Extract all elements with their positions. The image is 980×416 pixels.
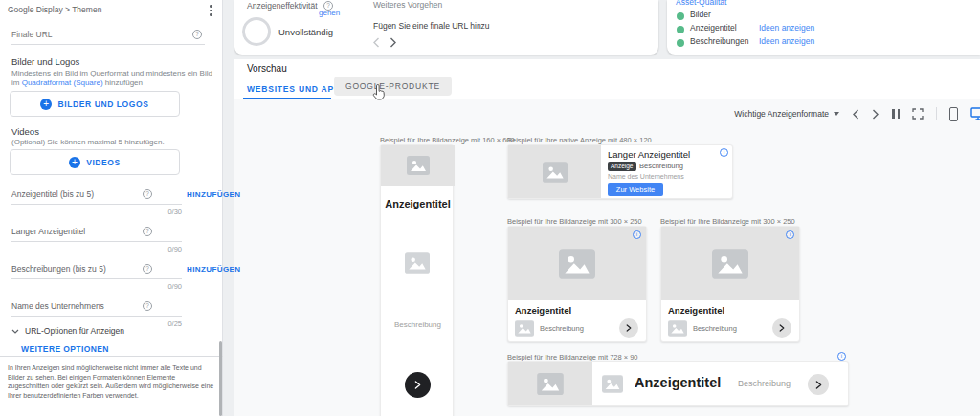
add-headlines-button[interactable]: HINZUFÜGEN — [187, 190, 240, 199]
desktop-preview-icon[interactable] — [970, 107, 980, 120]
ad-caption: Beispiel für Ihre Bildanzeige mit 300 × … — [507, 217, 642, 226]
plus-icon: + — [69, 157, 80, 168]
descriptions-field-input[interactable] — [11, 278, 182, 279]
help-icon[interactable]: ? — [143, 227, 152, 236]
ad-description: Beschreibung — [639, 162, 683, 170]
long-headline-field-label: Langer Anzeigentitel — [11, 227, 85, 236]
videos-section-description: (Optional) Sie können maximal 5 hinzufüg… — [11, 138, 165, 147]
add-descriptions-button[interactable]: HINZUFÜGEN — [187, 265, 240, 274]
preview-title: Vorschau — [247, 63, 287, 74]
asset-quality-item-anzeigentitel: Anzeigentitel — [690, 23, 737, 33]
preview-panel-header: Vorschau WEBSITES UND APPS GOOGLE-PRODUK… — [234, 59, 980, 99]
ad-description: Beschreibung — [738, 379, 791, 388]
long-headline-field-input[interactable] — [11, 241, 182, 242]
ad-disclaimer-text: In Ihren Anzeigen sind möglicherweise ni… — [8, 363, 218, 400]
help-icon[interactable]: ? — [143, 264, 152, 274]
ad-business-name: Name des Unternehmens — [608, 173, 684, 180]
ad-info-icon[interactable]: i — [720, 148, 728, 157]
ad-preview-leaderboard: Anzeigentitel Beschreibung i — [507, 361, 849, 406]
asset-quality-title: Asset-Qualität — [676, 0, 726, 7]
headlines-field-input[interactable] — [11, 204, 182, 205]
ad-logo-placeholder — [602, 375, 623, 397]
more-options-link[interactable]: WEITERE OPTIONEN — [21, 344, 109, 354]
ad-info-icon[interactable]: i — [633, 230, 641, 239]
pause-icon[interactable] — [892, 109, 900, 119]
ad-description: Beschreibung — [693, 324, 737, 333]
help-icon[interactable]: ? — [143, 189, 152, 199]
headline-ideas-link[interactable]: Ideen anzeigen — [759, 23, 814, 33]
chevron-down-icon — [11, 329, 19, 334]
help-icon[interactable]: ? — [192, 30, 202, 39]
image-placeholder-icon — [712, 249, 748, 279]
long-headline-counter: 0/90 — [11, 245, 182, 253]
sidebar-divider — [0, 356, 223, 357]
tab-websites-und-apps[interactable]: WEBSITES UND APPS — [247, 84, 346, 94]
prev-ad-icon[interactable] — [852, 109, 859, 120]
ad-badge: Anzeige — [608, 162, 636, 171]
ad-headline: Anzeigentitel — [381, 198, 455, 209]
descriptions-field-label: Beschreibungen (bis zu 5) — [11, 264, 106, 274]
ad-image-placeholder — [661, 227, 799, 300]
image-placeholder-icon — [515, 320, 534, 337]
add-videos-label: VIDEOS — [86, 158, 121, 167]
ad-image-placeholder — [508, 362, 592, 405]
ad-info-icon[interactable]: i — [786, 230, 794, 239]
images-section-description: Mindestens ein Bild im Querformat und mi… — [11, 69, 217, 88]
ad-image-placeholder — [508, 145, 601, 198]
url-options-toggle[interactable]: URL-Optionen für Anzeigen — [11, 326, 124, 336]
image-placeholder-icon — [407, 156, 430, 175]
add-videos-button[interactable]: + VIDEOS — [10, 149, 180, 175]
chevron-right-icon — [414, 381, 421, 389]
square-format-link[interactable]: Quadratformat (Square) — [22, 78, 103, 87]
asset-sidebar: Google Display > Themen Finale URL ? Bil… — [0, 0, 223, 416]
description-ideas-link[interactable]: Ideen anzeigen — [759, 36, 814, 46]
chevron-right-icon — [626, 324, 632, 332]
ad-image-placeholder — [381, 145, 455, 186]
formats-dropdown[interactable]: Wichtige Anzeigenformate — [734, 109, 839, 119]
formats-dropdown-label: Wichtige Anzeigenformate — [734, 109, 829, 119]
ad-caption: Beispiel für Ihre Bildanzeige mit 160 × … — [380, 136, 515, 144]
ad-caption: Beispiel für Ihre Bildanzeige mit 728 × … — [507, 353, 638, 361]
ad-strength-link[interactable]: gehen — [319, 9, 340, 17]
image-placeholder-icon — [668, 320, 687, 337]
business-name-field-label: Name des Unternehmens — [11, 301, 104, 311]
videos-section-title: Videos — [11, 126, 39, 137]
ad-arrow-button — [619, 318, 638, 338]
active-tab-underline — [243, 98, 331, 99]
next-step-icon[interactable] — [390, 37, 397, 48]
caret-down-icon — [834, 112, 839, 116]
sidebar-scrollbar-thumb[interactable] — [219, 341, 222, 416]
asset-quality-card: Asset-Qualität Bilder Anzeigentitel Idee… — [667, 0, 980, 55]
asset-quality-item-bilder: Bilder — [690, 10, 711, 19]
help-icon[interactable]: ? — [143, 301, 152, 311]
ad-strength-card: Anzeigeneffektivität ? gehen Unvollständ… — [234, 0, 658, 55]
business-name-field-input[interactable] — [11, 316, 182, 317]
images-section-title: Bilder und Logos — [11, 56, 79, 67]
ad-description: Beschreibung — [540, 324, 584, 333]
kebab-menu-icon[interactable] — [210, 5, 212, 16]
add-images-label: BILDER UND LOGOS — [57, 99, 148, 109]
image-placeholder-icon — [405, 252, 430, 274]
image-placeholder-icon — [537, 373, 564, 395]
status-dot-green — [677, 26, 684, 33]
plus-icon: + — [40, 99, 52, 110]
ad-info-icon[interactable]: i — [837, 352, 846, 361]
next-ad-icon[interactable] — [872, 109, 880, 120]
ad-preview-skyscraper: Anzeigentitel Beschreibung — [380, 144, 454, 416]
tab-google-produkte[interactable]: GOOGLE-PRODUKTE — [334, 77, 452, 96]
mobile-preview-icon[interactable] — [949, 107, 958, 121]
ad-caption: Beispiel für Ihre Bildanzeige mit 300 × … — [660, 217, 795, 226]
fullscreen-icon[interactable] — [912, 108, 924, 120]
toolbar-divider — [936, 107, 937, 120]
prev-step-icon[interactable] — [372, 37, 380, 48]
google-ads-display-editor: Google Display > Themen Finale URL ? Bil… — [0, 0, 980, 416]
ad-headline: Anzeigentitel — [668, 305, 724, 316]
chevron-right-icon — [815, 381, 822, 389]
headlines-field-label: Anzeigentitel (bis zu 5) — [11, 189, 94, 199]
final-url-input[interactable] — [11, 44, 205, 45]
status-dot-green — [677, 39, 684, 47]
add-images-button[interactable]: + BILDER UND LOGOS — [10, 91, 180, 117]
breadcrumb: Google Display > Themen — [8, 5, 101, 14]
ad-preview-rectangle-1: i Anzeigentitel Beschreibung — [507, 226, 647, 342]
ad-strength-status: Unvollständig — [278, 27, 333, 37]
